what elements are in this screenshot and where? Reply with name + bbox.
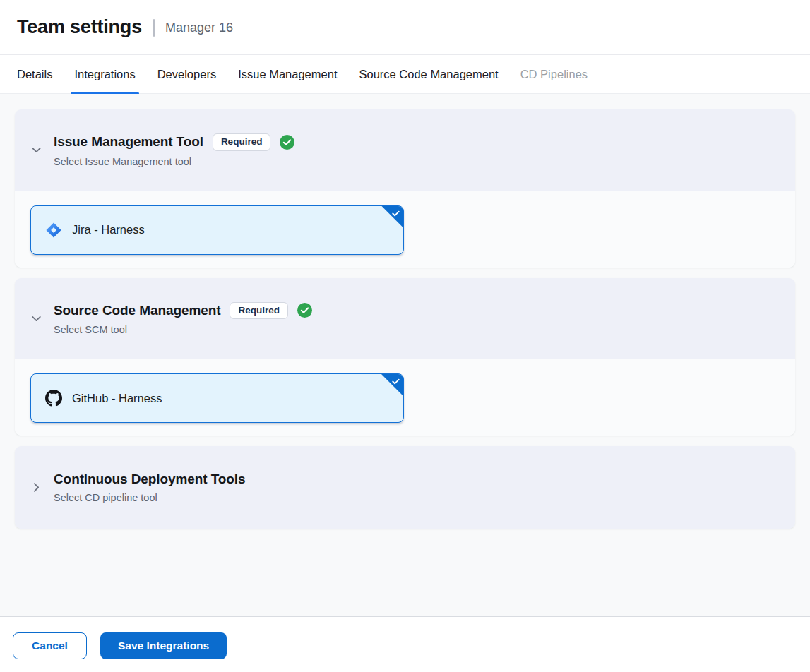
required-badge: Required [213,133,271,151]
page-context-label: Manager 16 [165,20,233,35]
section-scm-body: GitHub - Harness [15,359,795,436]
section-title: Issue Management Tool [54,134,203,150]
title-divider [153,19,155,37]
chevron-down-icon [30,313,42,325]
tab-bar: Details Integrations Developers Issue Ma… [0,55,810,94]
section-issue-management-header[interactable]: Issue Management Tool Required Select Is… [15,109,795,191]
page-title: Team settings [17,16,142,38]
section-cd-header[interactable]: Continuous Deployment Tools Select CD pi… [15,446,795,529]
section-title: Source Code Management [54,303,220,318]
tool-card-label: GitHub - Harness [72,392,162,405]
tool-card-label: Jira - Harness [72,223,145,236]
required-badge: Required [230,302,288,320]
section-title: Continuous Deployment Tools [54,472,245,487]
section-scm-header[interactable]: Source Code Management Required Select S… [15,278,795,360]
cancel-button[interactable]: Cancel [13,632,87,659]
selected-check-corner-icon [381,206,403,228]
chevron-right-icon [30,481,42,493]
check-circle-green-icon [280,135,294,150]
tab-details[interactable]: Details [17,55,52,93]
section-issue-management-tool: Issue Management Tool Required Select Is… [15,109,795,268]
tab-issue-management[interactable]: Issue Management [238,55,337,93]
section-continuous-deployment-tools: Continuous Deployment Tools Select CD pi… [15,446,795,529]
save-integrations-button[interactable]: Save Integrations [100,632,227,659]
section-issue-management-body: Jira - Harness [15,191,795,268]
tab-source-code-management[interactable]: Source Code Management [359,55,498,93]
footer-action-bar: Cancel Save Integrations [0,617,810,672]
team-settings-page: Team settings Manager 16 Details Integra… [0,0,810,672]
section-subtitle: Select CD pipeline tool [54,492,245,503]
tab-cd-pipelines: CD Pipelines [520,55,588,93]
integrations-content: Issue Management Tool Required Select Is… [0,94,810,617]
tab-developers[interactable]: Developers [157,55,216,93]
check-circle-green-icon [297,303,312,318]
tool-card-jira-harness[interactable]: Jira - Harness [30,205,404,255]
selected-check-corner-icon [381,374,403,396]
section-source-code-management: Source Code Management Required Select S… [15,278,795,436]
github-logo-icon [45,390,62,407]
page-header: Team settings Manager 16 [0,0,810,55]
tool-card-github-harness[interactable]: GitHub - Harness [30,373,404,423]
tab-integrations[interactable]: Integrations [74,55,135,93]
section-subtitle: Select SCM tool [54,324,312,335]
chevron-down-icon [30,144,42,156]
jira-logo-icon [45,222,62,239]
section-subtitle: Select Issue Management tool [54,156,294,167]
